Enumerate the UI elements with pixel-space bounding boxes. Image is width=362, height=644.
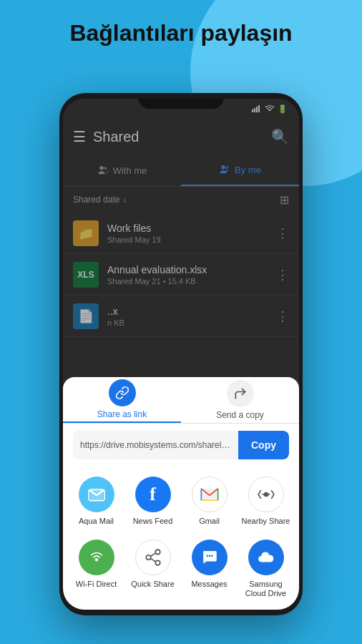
mail-icon	[87, 485, 106, 504]
samsung-cloud-icon	[248, 540, 284, 575]
quick-share-icon	[135, 540, 171, 575]
link-url: https://drive.mobisystems.com/sharelink/…	[73, 440, 238, 450]
send-copy-tab[interactable]: Send a copy	[181, 377, 299, 423]
app-item-messages[interactable]: Messages	[183, 535, 235, 602]
news-feed-label: News Feed	[133, 517, 173, 526]
nearby-share-label: Nearby Share	[242, 517, 290, 526]
send-copy-icon-circle	[227, 380, 254, 407]
svg-line-15	[150, 552, 155, 556]
link-icon	[115, 386, 129, 400]
nearby-share-svg	[257, 485, 275, 504]
svg-point-18	[208, 555, 210, 557]
gmail-icon	[192, 477, 228, 512]
phone-frame: 🔋 ☰ Shared 🔍 With me By me Shared date ↓	[59, 93, 303, 615]
quick-share-svg	[144, 548, 162, 567]
app-item-samsung-cloud[interactable]: Samsung Cloud Drive	[240, 535, 292, 602]
messages-icon	[192, 540, 228, 575]
quick-share-label: Quick Share	[131, 580, 175, 589]
svg-line-16	[150, 558, 155, 562]
nearby-share-icon	[248, 477, 284, 512]
send-copy-tab-label: Send a copy	[216, 410, 264, 420]
messages-svg	[200, 548, 219, 567]
messages-label: Messages	[191, 580, 227, 589]
share-link-tab-label: Share as link	[97, 409, 147, 419]
page-title: Bağlantıları paylaşın	[0, 20, 362, 47]
svg-point-13	[146, 555, 151, 560]
news-feed-icon: f	[135, 477, 171, 512]
svg-point-11	[94, 558, 97, 561]
samsung-cloud-svg	[257, 548, 275, 567]
app-item-gmail[interactable]: Gmail	[183, 472, 235, 530]
aqua-mail-icon	[79, 477, 114, 512]
samsung-cloud-label: Samsung Cloud Drive	[241, 580, 290, 598]
send-copy-icon	[233, 386, 248, 401]
app-item-aqua-mail[interactable]: Aqua Mail	[70, 472, 122, 530]
apps-grid: Aqua Mail f News Feed	[63, 467, 299, 602]
svg-point-10	[263, 492, 268, 497]
aqua-mail-label: Aqua Mail	[79, 517, 114, 526]
share-tabs: Share as link Send a copy	[63, 377, 299, 424]
svg-point-17	[206, 555, 208, 557]
wifi-direct-label: Wi-Fi Direct	[76, 580, 117, 589]
link-bar: https://drive.mobisystems.com/sharelink/…	[73, 431, 289, 459]
svg-point-14	[155, 560, 160, 565]
wifi-direct-icon	[79, 540, 114, 575]
share-as-link-tab[interactable]: Share as link	[63, 377, 181, 423]
svg-point-12	[155, 550, 160, 555]
copy-button[interactable]: Copy	[238, 431, 289, 459]
svg-point-19	[210, 555, 212, 557]
app-item-nearby-share[interactable]: Nearby Share	[240, 472, 292, 530]
app-item-wifi-direct[interactable]: Wi-Fi Direct	[70, 535, 122, 602]
share-bottom-sheet: Share as link Send a copy https://drive.…	[63, 377, 299, 610]
app-item-news-feed[interactable]: f News Feed	[127, 472, 179, 530]
phone-screen: 🔋 ☰ Shared 🔍 With me By me Shared date ↓	[63, 99, 299, 610]
gmail-svg-icon	[200, 487, 220, 502]
gmail-label: Gmail	[199, 517, 220, 526]
wifi-direct-svg	[87, 548, 106, 567]
share-link-icon-circle	[109, 379, 136, 406]
app-item-quick-share[interactable]: Quick Share	[127, 535, 179, 602]
